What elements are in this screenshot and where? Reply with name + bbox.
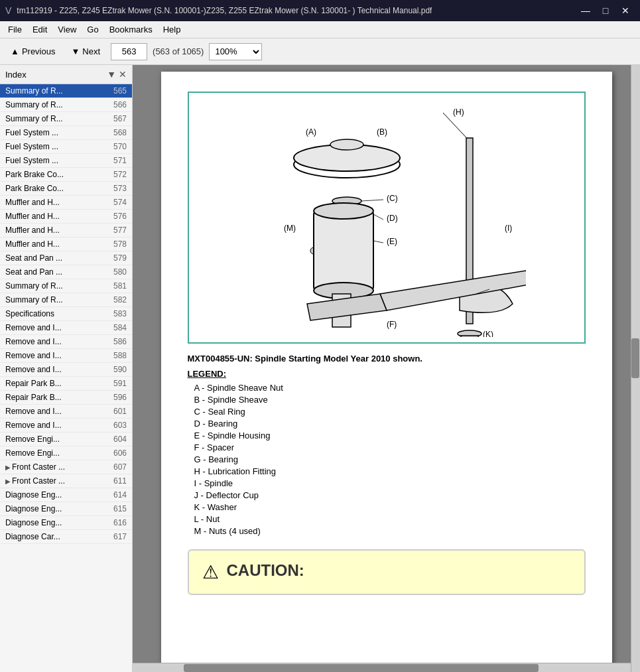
sidebar-item-label-24: Remove and I...: [5, 421, 105, 430]
sidebar-item-32[interactable]: Diagnose Car...617: [0, 530, 132, 544]
sidebar-item-14[interactable]: Summary of R...581: [0, 279, 132, 293]
svg-text:(H): (H): [453, 107, 464, 117]
sidebar-item-9[interactable]: Muffler and H...576: [0, 210, 132, 224]
sidebar-item-18[interactable]: Remove and I...586: [0, 335, 132, 349]
sidebar-item-label-20: Remove and I...: [5, 365, 105, 374]
sidebar-item-30[interactable]: Diagnose Eng...615: [0, 502, 132, 516]
main-area: Index ▼ ✕ Summary of R...565Summary of R…: [0, 65, 640, 672]
sidebar-item-6[interactable]: Park Brake Co...572: [0, 168, 132, 182]
sidebar-item-page-20: 590: [108, 365, 127, 374]
sidebar-item-28[interactable]: ▶Front Caster ...611: [0, 474, 132, 488]
sidebar-item-label-18: Remove and I...: [5, 337, 105, 346]
legend-item-11: L - Nut: [194, 514, 586, 524]
sidebar-item-4[interactable]: Fuel System ...570: [0, 140, 132, 154]
sidebar-item-page-1: 566: [108, 100, 127, 109]
zoom-select[interactable]: 50%75%100%125%150%200%: [209, 43, 262, 60]
sidebar-item-label-14: Summary of R...: [5, 281, 105, 291]
vertical-scrollbar-thumb[interactable]: [631, 338, 639, 378]
menu-item-help[interactable]: Help: [158, 23, 186, 36]
sidebar-item-label-23: Remove and I...: [5, 407, 105, 416]
sidebar-item-12[interactable]: Seat and Pan ...579: [0, 251, 132, 265]
sidebar-item-8[interactable]: Muffler and H...574: [0, 196, 132, 210]
legend-item-6: G - Bearing: [194, 454, 586, 464]
sidebar-item-label-16: Specifications: [5, 309, 105, 318]
sidebar-item-16[interactable]: Specifications583: [0, 307, 132, 321]
minimize-button[interactable]: —: [576, 3, 595, 19]
caution-icon: ⚠: [202, 561, 219, 583]
sidebar-item-label-10: Muffler and H...: [5, 226, 105, 235]
sidebar-item-17[interactable]: Remove and I...584: [0, 321, 132, 335]
pdf-page: (H) (B) (A): [161, 72, 612, 663]
svg-rect-17: [314, 211, 373, 291]
sidebar-collapse-btn[interactable]: ▼: [107, 69, 116, 80]
sidebar-item-10[interactable]: Muffler and H...577: [0, 224, 132, 237]
svg-text:(C): (C): [387, 194, 398, 203]
sidebar-item-page-13: 580: [108, 267, 127, 277]
window-title: tm112919 - Z225, Z245 EZtrak Mower (S.N.…: [17, 6, 432, 15]
sidebar-item-label-17: Remove and I...: [5, 323, 105, 332]
next-button[interactable]: ▼ Next: [66, 44, 105, 59]
sidebar-item-label-22: Repair Park B...: [5, 393, 105, 402]
sidebar-item-31[interactable]: Diagnose Eng...616: [0, 516, 132, 530]
sidebar-item-11[interactable]: Muffler and H...578: [0, 237, 132, 251]
sidebar-item-3[interactable]: Fuel System ...568: [0, 126, 132, 140]
sidebar-close-btn[interactable]: ✕: [119, 69, 127, 80]
sidebar-item-25[interactable]: Remove Engi...604: [0, 433, 132, 446]
menu-item-edit[interactable]: Edit: [27, 23, 52, 36]
sidebar-item-label-9: Muffler and H...: [5, 212, 105, 221]
sidebar-item-page-3: 568: [108, 128, 127, 137]
sidebar-item-27[interactable]: ▶Front Caster ...607: [0, 460, 132, 474]
pdf-scroll[interactable]: (H) (B) (A): [133, 65, 640, 663]
menu-item-bookmarks[interactable]: Bookmarks: [104, 23, 158, 36]
horizontal-scrollbar[interactable]: [133, 663, 640, 672]
sidebar-item-page-7: 573: [108, 184, 127, 193]
sidebar-item-29[interactable]: Diagnose Eng...614: [0, 488, 132, 502]
sidebar-item-page-21: 591: [108, 379, 127, 388]
sidebar-item-23[interactable]: Remove and I...601: [0, 405, 132, 419]
sidebar-item-1[interactable]: Summary of R...566: [0, 98, 132, 112]
sidebar-item-24[interactable]: Remove and I...603: [0, 419, 132, 433]
sidebar-item-26[interactable]: Remove Engi...606: [0, 446, 132, 460]
sidebar-item-page-15: 582: [108, 295, 127, 304]
legend-item-8: I - Spindle: [194, 478, 586, 488]
horizontal-scrollbar-thumb[interactable]: [184, 664, 539, 672]
sidebar-list: Summary of R...565Summary of R...566Summ…: [0, 84, 132, 672]
svg-rect-28: [461, 336, 478, 337]
sidebar-item-page-32: 617: [108, 532, 127, 541]
sidebar-item-22[interactable]: Repair Park B...596: [0, 391, 132, 405]
page-input[interactable]: [111, 43, 147, 60]
prev-button[interactable]: ▲ Previous: [5, 44, 60, 59]
sidebar-item-13[interactable]: Seat and Pan ...580: [0, 265, 132, 279]
sidebar-item-label-7: Park Brake Co...: [5, 184, 105, 193]
content-area: (H) (B) (A): [133, 65, 640, 672]
sidebar-item-19[interactable]: Remove and I...588: [0, 349, 132, 363]
sidebar-item-label-28: Front Caster ...: [12, 476, 105, 486]
caution-box: ⚠ CAUTION:: [188, 549, 586, 595]
expand-icon: ▶: [5, 464, 11, 471]
sidebar-item-page-29: 614: [108, 490, 127, 500]
menu-item-view[interactable]: View: [52, 23, 82, 36]
sidebar-item-5[interactable]: Fuel System ...571: [0, 154, 132, 168]
legend-title: LEGEND:: [188, 369, 586, 379]
sidebar-item-15[interactable]: Summary of R...582: [0, 293, 132, 307]
svg-text:(F): (F): [387, 320, 397, 329]
vertical-scrollbar[interactable]: [631, 65, 640, 672]
svg-text:(I): (I): [505, 224, 512, 233]
sidebar-item-21[interactable]: Repair Park B...591: [0, 377, 132, 391]
sidebar-item-page-28: 611: [108, 476, 127, 486]
sidebar-item-page-24: 603: [108, 421, 127, 430]
sidebar-item-20[interactable]: Remove and I...590: [0, 363, 132, 377]
sidebar-item-label-5: Fuel System ...: [5, 156, 105, 165]
sidebar-item-2[interactable]: Summary of R...567: [0, 112, 132, 126]
sidebar: Index ▼ ✕ Summary of R...565Summary of R…: [0, 65, 133, 672]
menu-item-file[interactable]: File: [3, 23, 27, 36]
maximize-button[interactable]: □: [596, 3, 615, 19]
sidebar-item-page-12: 579: [108, 253, 127, 263]
menu-item-go[interactable]: Go: [82, 23, 103, 36]
sidebar-item-0[interactable]: Summary of R...565: [0, 84, 132, 98]
sidebar-item-page-11: 578: [108, 239, 127, 249]
sidebar-item-7[interactable]: Park Brake Co...573: [0, 182, 132, 196]
sidebar-item-label-29: Diagnose Eng...: [5, 490, 105, 500]
close-button[interactable]: ✕: [616, 3, 635, 19]
page-count: (563 of 1065): [153, 46, 204, 56]
